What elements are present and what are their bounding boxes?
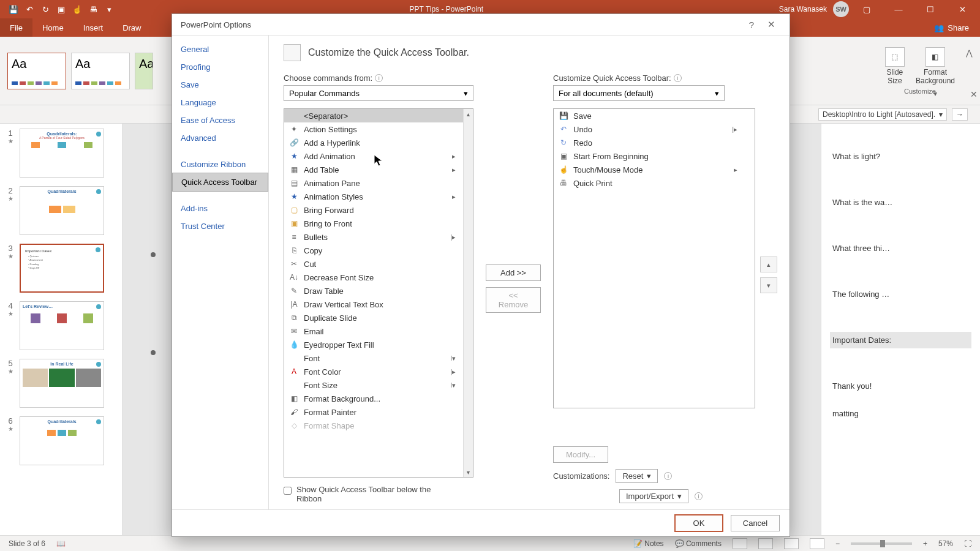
pane-close-icon[interactable]: ✕: [970, 89, 978, 99]
qat-listbox[interactable]: 💾Save ↶Undo|▸ ↻Redo ▣Start From Beginnin…: [553, 108, 755, 408]
zoom-slider[interactable]: [851, 542, 912, 545]
zoom-level[interactable]: 57%: [938, 539, 953, 548]
list-item: ▣Bring to Front: [284, 217, 473, 230]
customize-qat-label: Customize Quick Access Toolbar:: [553, 73, 671, 83]
slide-thumb-5[interactable]: In Real Life: [20, 359, 104, 408]
avatar[interactable]: SW: [833, 1, 849, 17]
list-item: ✉Email: [284, 324, 473, 338]
slide-thumb-4[interactable]: Let's Review…: [20, 301, 104, 350]
nav-trust[interactable]: Trust Center: [172, 217, 268, 235]
cancel-button[interactable]: Cancel: [731, 515, 780, 531]
move-up-button[interactable]: ▴: [760, 257, 777, 272]
nav-general[interactable]: General: [172, 40, 268, 58]
go-button[interactable]: →: [952, 108, 968, 121]
slideshow-view-icon[interactable]: [810, 538, 824, 549]
minimize-icon[interactable]: —: [884, 0, 913, 18]
ribbon-options-icon[interactable]: ▢: [853, 0, 881, 18]
choose-commands-combo[interactable]: Popular Commands▾: [284, 85, 473, 101]
list-item[interactable]: Thank you!: [830, 378, 971, 394]
reading-view-icon[interactable]: [784, 538, 799, 549]
reset-button[interactable]: Reset▾: [616, 469, 658, 483]
format-background-button[interactable]: ◧ Format Background: [916, 47, 955, 85]
share-button[interactable]: Share: [948, 23, 969, 32]
list-item[interactable]: Important Dates:: [830, 332, 971, 348]
list-item: ◇Format Shape: [284, 419, 473, 432]
help-icon[interactable]: ?: [742, 20, 761, 30]
normal-view-icon[interactable]: [733, 538, 747, 549]
start-icon[interactable]: ▣: [56, 4, 66, 14]
theme-variant-2[interactable]: Aa: [71, 53, 130, 89]
ok-button[interactable]: OK: [674, 514, 723, 532]
slide-thumb-6[interactable]: Quadrilaterals: [20, 416, 104, 465]
add-button[interactable]: Add >>: [486, 264, 541, 281]
list-item: ◧Format Background...: [284, 392, 473, 405]
chevron-down-icon: ▾: [939, 110, 943, 119]
file-path-field[interactable]: Desktop\Intro to Light [Autosaved].▾: [818, 108, 947, 121]
maximize-icon[interactable]: ☐: [916, 0, 944, 18]
list-item: 🔗Add a Hyperlink: [284, 136, 473, 149]
theme-variant-1[interactable]: Aa: [7, 53, 66, 89]
touch-icon[interactable]: ☝: [72, 4, 82, 14]
list-item[interactable]: matting: [830, 405, 971, 422]
nav-proofing[interactable]: Proofing: [172, 58, 268, 76]
list-item: ★Animation Styles▸: [284, 190, 473, 203]
nav-save[interactable]: Save: [172, 76, 268, 94]
comments-button[interactable]: 💬 Comments: [675, 539, 722, 548]
info-icon[interactable]: i: [674, 74, 682, 82]
slide-thumb-3[interactable]: Important Dates:• Quizzes• Assessment• R…: [20, 244, 104, 293]
list-item[interactable]: What is light?: [830, 148, 971, 165]
remove-button[interactable]: << Remove: [486, 287, 541, 313]
theme-variant-3[interactable]: Aa: [135, 53, 153, 89]
qat-scope-combo[interactable]: For all documents (default)▾: [553, 85, 725, 101]
print-icon[interactable]: 🖶: [88, 4, 98, 14]
tab-insert[interactable]: Insert: [74, 18, 113, 37]
pane-dropdown-icon[interactable]: ▾: [933, 89, 937, 98]
dialog-close-icon[interactable]: ✕: [761, 19, 781, 30]
qat-dropdown-icon[interactable]: ▾: [104, 4, 114, 14]
list-item: ✦Action Settings: [284, 122, 473, 136]
list-item[interactable]: The following …: [830, 286, 971, 302]
info-icon[interactable]: i: [664, 472, 672, 480]
commands-listbox[interactable]: <Separator> ✦Action Settings 🔗Add a Hype…: [284, 108, 473, 478]
chevron-down-icon: ▾: [647, 471, 651, 481]
tab-home[interactable]: Home: [32, 18, 74, 37]
statusbar: Slide 3 of 6 📖 📝 Notes 💬 Comments − + 57…: [0, 535, 980, 551]
list-item: |ADraw Vertical Text Box: [284, 298, 473, 311]
close-icon[interactable]: ✕: [948, 0, 976, 18]
sorter-view-icon[interactable]: [758, 538, 773, 549]
list-item[interactable]: What three thi…: [830, 240, 971, 257]
tab-draw[interactable]: Draw: [113, 18, 151, 37]
info-icon[interactable]: i: [695, 492, 703, 500]
list-item: ✂Cut: [284, 257, 473, 271]
undo-icon[interactable]: ↶: [24, 4, 34, 14]
doc-title: PPT Tips - PowerPoint: [114, 5, 779, 13]
notes-button[interactable]: 📝 Notes: [633, 539, 664, 548]
nav-advanced[interactable]: Advanced: [172, 129, 268, 147]
slide-thumb-1[interactable]: Quadrilaterals:A Parade of Four-Sided Po…: [20, 129, 104, 178]
spellcheck-icon[interactable]: 📖: [56, 539, 66, 548]
list-item[interactable]: What is the wa…: [830, 194, 971, 211]
nav-qat[interactable]: Quick Access Toolbar: [172, 173, 268, 192]
fit-icon[interactable]: ⛶: [964, 539, 971, 548]
modify-button[interactable]: Modify...: [553, 446, 608, 463]
move-down-button[interactable]: ▾: [760, 277, 777, 293]
zoom-out-icon[interactable]: −: [835, 539, 840, 548]
nav-addins[interactable]: Add-ins: [172, 200, 268, 217]
collapse-ribbon-icon[interactable]: ⋀: [966, 48, 973, 58]
list-item: ≡Bullets|▸: [284, 230, 473, 244]
save-icon[interactable]: 💾: [9, 4, 18, 14]
import-export-button[interactable]: Import/Export▾: [619, 489, 688, 503]
show-below-ribbon-checkbox[interactable]: [284, 487, 292, 495]
slide-size-button[interactable]: ⬚ Slide Size: [885, 47, 905, 85]
nav-customize-ribbon[interactable]: Customize Ribbon: [172, 156, 268, 173]
info-icon[interactable]: i: [375, 74, 383, 82]
slide-thumb-2[interactable]: Quadrilaterals: [20, 186, 104, 235]
nav-language[interactable]: Language: [172, 94, 268, 111]
nav-ease[interactable]: Ease of Access: [172, 111, 268, 129]
tab-file[interactable]: File: [0, 18, 32, 37]
zoom-in-icon[interactable]: +: [923, 539, 927, 548]
redo-icon[interactable]: ↻: [40, 4, 50, 14]
options-dialog: PowerPoint Options ? ✕ General Proofing …: [172, 13, 790, 537]
scrollbar[interactable]: ▴▾: [463, 109, 473, 477]
list-item: ▤Animation Pane: [284, 176, 473, 190]
